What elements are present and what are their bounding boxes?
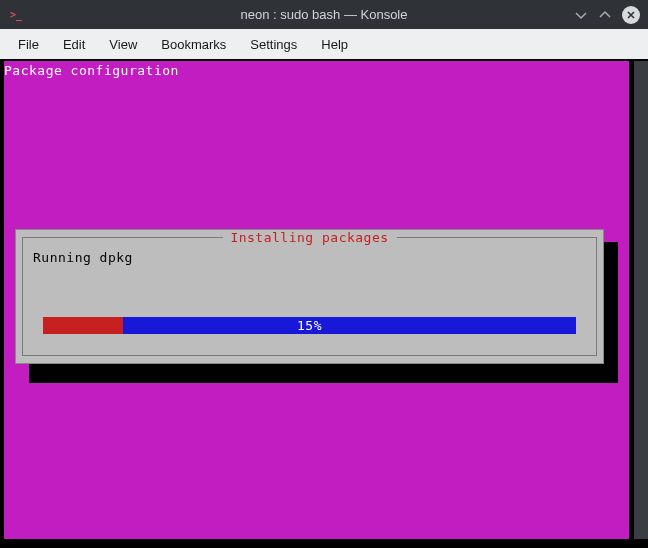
scrollbar[interactable] <box>634 61 648 539</box>
dialog-frame: Installing packages Running dpkg 15% <box>22 237 597 356</box>
menu-help[interactable]: Help <box>309 31 360 58</box>
minimize-button[interactable] <box>574 8 588 22</box>
screen-header: Package configuration <box>4 63 179 78</box>
menu-settings[interactable]: Settings <box>238 31 309 58</box>
terminal-viewport[interactable]: Package configuration Installing package… <box>0 59 648 548</box>
progress-fill <box>43 317 123 334</box>
menu-view[interactable]: View <box>97 31 149 58</box>
dialog-status: Running dpkg <box>33 250 133 265</box>
window-title: neon : sudo bash — Konsole <box>241 7 408 22</box>
menu-bar: File Edit View Bookmarks Settings Help <box>0 29 648 59</box>
progress-bar: 15% <box>43 317 576 334</box>
menu-file[interactable]: File <box>6 31 51 58</box>
dialog-title: Installing packages <box>230 230 388 245</box>
terminal-icon: >_ <box>8 7 24 23</box>
menu-bookmarks[interactable]: Bookmarks <box>149 31 238 58</box>
dialog-title-wrap: Installing packages <box>222 230 396 245</box>
close-button[interactable] <box>622 6 640 24</box>
maximize-button[interactable] <box>598 8 612 22</box>
progress-label: 15% <box>297 318 322 333</box>
dialog-box: Installing packages Running dpkg 15% <box>15 229 604 364</box>
window-titlebar: >_ neon : sudo bash — Konsole <box>0 0 648 29</box>
menu-edit[interactable]: Edit <box>51 31 97 58</box>
window-controls <box>574 6 640 24</box>
